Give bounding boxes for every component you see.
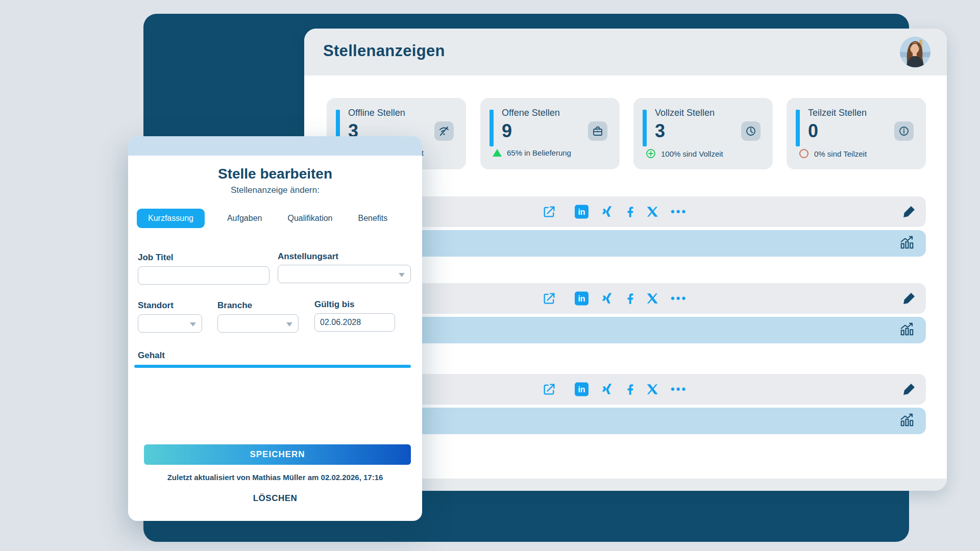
stat-card-vollzeit-stellen: Vollzeit Stellen 3 100% sind Vollzeit xyxy=(633,98,773,169)
more-options-icon[interactable]: ••• xyxy=(671,205,687,218)
pencil-icon[interactable] xyxy=(901,291,917,306)
gehalt-label: Gehalt xyxy=(138,350,165,361)
circle-plus-green-icon xyxy=(646,148,656,159)
facebook-icon[interactable] xyxy=(624,205,637,218)
stat-card-teilzeit-stellen: Teilzeit Stellen 0 0% sind Teilzeit xyxy=(787,98,926,169)
tab-qualifikation[interactable]: Qualifikation xyxy=(284,214,335,223)
xing-icon[interactable] xyxy=(600,383,614,396)
external-link-icon[interactable] xyxy=(542,291,556,306)
gueltig-bis-label: Gültig bis xyxy=(314,299,354,310)
stat-card-offene-stellen: Offene Stellen 9 65% in Belieferung xyxy=(480,98,620,169)
anstellungsart-label: Anstellungsart xyxy=(278,252,338,262)
wifi-off-icon xyxy=(434,121,454,141)
pencil-icon[interactable] xyxy=(901,382,917,397)
user-photo-avatar xyxy=(900,37,930,67)
facebook-icon[interactable] xyxy=(624,292,637,305)
ring-terracotta-icon xyxy=(799,148,809,159)
linkedin-icon[interactable]: in xyxy=(575,383,589,396)
stelle-bearbeiten-modal: Stelle bearbeiten Stellenanzeige ändern:… xyxy=(128,136,422,521)
stat-value: 0 xyxy=(808,120,818,142)
facebook-icon[interactable] xyxy=(624,383,637,396)
standort-select[interactable] xyxy=(138,314,202,333)
stat-status: 100% sind Vollzeit xyxy=(646,148,723,159)
external-link-icon[interactable] xyxy=(542,205,556,219)
last-updated-text: Zuletzt aktualisiert von Mathias Müller … xyxy=(128,473,422,482)
modal-subtitle: Stellenanzeige ändern: xyxy=(128,185,422,195)
modal-header-strip[interactable] xyxy=(128,136,422,156)
stat-value: 3 xyxy=(655,120,665,142)
page-title: Stellenanzeigen xyxy=(323,42,445,60)
anstellungsart-select[interactable] xyxy=(278,265,411,283)
tab-aufgaben[interactable]: Aufgaben xyxy=(224,214,265,223)
stat-label: Teilzeit Stellen xyxy=(808,108,867,118)
save-button[interactable]: SPEICHERN xyxy=(144,444,411,465)
delete-button[interactable]: LÖSCHEN xyxy=(128,493,422,504)
bar-chart-arrow-icon[interactable] xyxy=(899,321,915,339)
external-link-icon[interactable] xyxy=(542,382,556,396)
more-options-icon[interactable]: ••• xyxy=(671,292,687,305)
accent-bar xyxy=(489,110,494,146)
linkedin-icon[interactable]: in xyxy=(575,205,589,219)
more-options-icon[interactable]: ••• xyxy=(671,383,687,396)
chevron-down-icon xyxy=(286,322,292,327)
branche-select[interactable] xyxy=(217,314,299,333)
standort-label: Standort xyxy=(138,300,174,311)
stat-status-text: 65% in Belieferung xyxy=(507,148,571,157)
bar-chart-arrow-icon[interactable] xyxy=(899,235,915,252)
stat-status-text: 0% sind Teilzeit xyxy=(814,149,867,158)
panel-header: Stellenanzeigen xyxy=(304,29,947,76)
stat-label: Offline Stellen xyxy=(348,108,405,118)
chevron-down-icon xyxy=(399,273,405,277)
linkedin-icon[interactable]: in xyxy=(575,292,589,306)
accent-bar xyxy=(643,110,647,146)
chevron-down-icon xyxy=(190,322,196,327)
stat-status-text: 100% sind Vollzeit xyxy=(661,149,723,158)
briefcase-icon xyxy=(588,121,607,141)
job-titel-label: Job Titel xyxy=(138,253,174,263)
tab-kurzfassung[interactable]: Kurzfassung xyxy=(137,209,205,228)
stat-label: Offene Stellen xyxy=(502,108,560,118)
xing-icon[interactable] xyxy=(600,205,614,218)
clock-icon xyxy=(741,121,761,141)
modal-tabs: Kurzfassung Aufgaben Qualifikation Benef… xyxy=(137,209,390,228)
tab-benefits[interactable]: Benefits xyxy=(355,214,391,223)
x-twitter-icon[interactable] xyxy=(646,205,659,218)
avatar[interactable] xyxy=(900,37,930,67)
branche-label: Branche xyxy=(217,300,252,311)
stat-value: 9 xyxy=(502,120,512,142)
gehalt-slider[interactable] xyxy=(134,365,411,368)
x-twitter-icon[interactable] xyxy=(646,292,659,305)
modal-title: Stelle bearbeiten xyxy=(128,166,422,182)
stat-status: 65% in Belieferung xyxy=(493,148,571,157)
triangle-up-green-icon xyxy=(493,149,502,157)
accent-bar xyxy=(796,110,800,146)
xing-icon[interactable] xyxy=(600,292,614,305)
job-titel-field[interactable] xyxy=(138,266,270,285)
bar-chart-arrow-icon[interactable] xyxy=(899,412,915,430)
info-icon xyxy=(894,121,914,141)
gueltig-bis-field[interactable] xyxy=(314,313,395,332)
pencil-icon[interactable] xyxy=(901,204,917,219)
stat-status: 0% sind Teilzeit xyxy=(799,148,867,159)
x-twitter-icon[interactable] xyxy=(646,383,659,396)
stat-label: Vollzeit Stellen xyxy=(655,108,715,118)
